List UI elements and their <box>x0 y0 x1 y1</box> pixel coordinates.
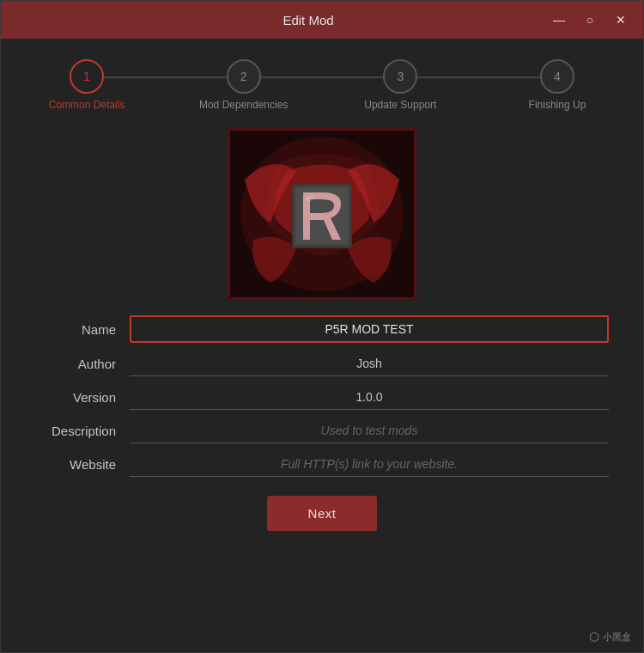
title-bar: Edit Mod — ○ ✕ <box>1 1 643 39</box>
form: Name Author Version Description Website <box>35 315 609 477</box>
step-1: 1 Common Details <box>35 59 138 111</box>
stepper-line <box>87 76 557 78</box>
description-input[interactable] <box>130 418 609 443</box>
content-area: 1 Common Details 2 Mod Dependencies 3 Up… <box>1 39 643 652</box>
minimize-button[interactable]: — <box>550 13 568 27</box>
version-input[interactable] <box>130 385 609 410</box>
step-1-circle: 1 <box>70 59 104 94</box>
description-row: Description <box>35 418 609 443</box>
watermark-text: 小黑盒 <box>603 631 631 644</box>
svg-point-5 <box>305 196 313 201</box>
main-window: Edit Mod — ○ ✕ 1 Common Details 2 Mod De… <box>0 0 644 653</box>
step-3: 3 Update Support <box>349 59 452 111</box>
step-4: 4 Finishing Up <box>506 59 609 111</box>
step-2-label: Mod Dependencies <box>199 99 288 111</box>
name-label: Name <box>35 322 130 337</box>
author-input[interactable] <box>130 351 609 376</box>
step-2: 2 Mod Dependencies <box>192 59 295 111</box>
step-2-circle: 2 <box>227 59 261 94</box>
stepper: 1 Common Details 2 Mod Dependencies 3 Up… <box>35 59 609 111</box>
name-input[interactable] <box>130 315 609 343</box>
website-label: Website <box>35 457 130 472</box>
author-row: Author <box>35 351 609 376</box>
name-row: Name <box>35 315 609 343</box>
close-button[interactable]: ✕ <box>612 13 629 27</box>
watermark-icon: ⬡ <box>589 630 599 644</box>
description-label: Description <box>35 424 130 438</box>
next-button[interactable]: Next <box>267 496 378 531</box>
step-4-circle: 4 <box>540 59 574 94</box>
step-3-circle: 3 <box>383 59 417 94</box>
maximize-button[interactable]: ○ <box>581 13 598 27</box>
mod-image <box>228 128 416 300</box>
version-row: Version <box>35 385 609 410</box>
watermark: ⬡ 小黑盒 <box>589 630 631 644</box>
website-input[interactable] <box>130 452 609 477</box>
version-label: Version <box>35 390 130 405</box>
step-3-label: Update Support <box>364 99 436 111</box>
window-controls: — ○ ✕ <box>550 13 629 27</box>
website-row: Website <box>35 452 609 477</box>
window-title: Edit Mod <box>66 13 550 27</box>
step-4-label: Finishing Up <box>529 99 586 111</box>
step-1-label: Common Details <box>49 99 125 111</box>
author-label: Author <box>35 357 130 371</box>
